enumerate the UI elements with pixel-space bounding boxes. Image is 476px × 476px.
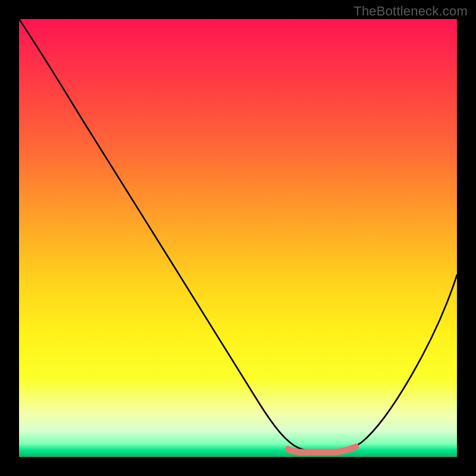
curve-layer: [19, 19, 457, 457]
plot-area: [19, 19, 457, 457]
bottleneck-curve: [19, 19, 457, 452]
chart-frame: TheBottleneck.com: [0, 0, 476, 476]
watermark-text: TheBottleneck.com: [353, 4, 468, 19]
